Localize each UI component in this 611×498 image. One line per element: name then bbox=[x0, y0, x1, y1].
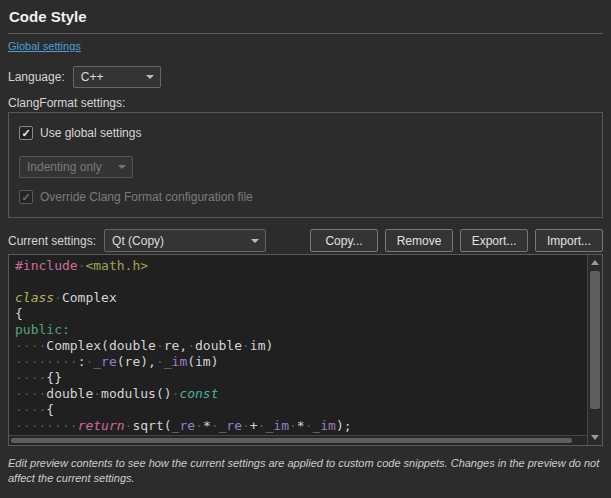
code-line: class·Complex bbox=[15, 290, 586, 306]
horizontal-scrollbar[interactable] bbox=[9, 435, 587, 445]
use-global-settings-label: Use global settings bbox=[40, 126, 141, 140]
code-lines[interactable]: #include·<math.h> class·Complex{public:·… bbox=[15, 258, 586, 435]
scroll-up-icon[interactable] bbox=[591, 260, 599, 265]
language-label: Language: bbox=[8, 70, 65, 84]
current-settings-label: Current settings: bbox=[8, 234, 96, 248]
code-line: ····double·modulus()·const bbox=[15, 386, 586, 402]
import-button[interactable]: Import... bbox=[535, 229, 603, 252]
code-line: ····{ bbox=[15, 402, 586, 418]
scroll-down-icon[interactable] bbox=[591, 435, 599, 440]
remove-button[interactable]: Remove bbox=[385, 229, 453, 252]
current-settings-combobox-value: Qt (Copy) bbox=[112, 234, 164, 248]
clangformat-mode-combobox-value: Indenting only bbox=[27, 160, 102, 174]
clangformat-settings-label: ClangFormat settings: bbox=[8, 96, 125, 110]
code-style-settings-page: Code Style Global settings Language: C++… bbox=[0, 0, 611, 498]
override-config-checkbox bbox=[19, 190, 33, 204]
override-config-row: Override Clang Format configuration file bbox=[19, 190, 253, 204]
language-combobox[interactable]: C++ bbox=[73, 66, 161, 88]
chevron-down-icon bbox=[146, 75, 154, 79]
code-line: { bbox=[15, 306, 586, 322]
page-title: Code Style bbox=[9, 8, 87, 25]
copy-button[interactable]: Copy... bbox=[310, 229, 378, 252]
chevron-down-icon bbox=[251, 239, 259, 243]
language-combobox-value: C++ bbox=[81, 70, 104, 84]
clangformat-groupbox: Use global settings Indenting only Overr… bbox=[8, 112, 603, 218]
horizontal-scrollbar-thumb[interactable] bbox=[11, 438, 572, 443]
code-line: ········return·sqrt(_re·*·_re·+·_im·*·_i… bbox=[15, 418, 586, 434]
global-settings-link[interactable]: Global settings bbox=[8, 40, 81, 52]
vertical-scrollbar[interactable] bbox=[587, 255, 602, 445]
help-text: Edit preview contents to see how the cur… bbox=[8, 456, 605, 486]
code-line: ····{} bbox=[15, 370, 586, 386]
current-settings-combobox[interactable]: Qt (Copy) bbox=[104, 229, 266, 252]
use-global-settings-checkbox[interactable] bbox=[19, 126, 33, 140]
vertical-scrollbar-thumb[interactable] bbox=[590, 271, 600, 409]
code-preview-editor[interactable]: #include·<math.h> class·Complex{public:·… bbox=[8, 254, 603, 446]
override-config-label: Override Clang Format configuration file bbox=[40, 190, 253, 204]
code-line: ········:·_re(re),·_im(im) bbox=[15, 354, 586, 370]
code-line bbox=[15, 274, 586, 290]
current-settings-row: Current settings: Qt (Copy) Copy... Remo… bbox=[8, 229, 603, 252]
language-row: Language: C++ bbox=[8, 65, 161, 88]
chevron-down-icon bbox=[118, 165, 126, 169]
code-line: ····Complex(double·re,·double·im) bbox=[15, 338, 586, 354]
code-line: #include·<math.h> bbox=[15, 258, 586, 274]
code-line: public: bbox=[15, 322, 586, 338]
use-global-settings-row[interactable]: Use global settings bbox=[19, 126, 141, 140]
clangformat-mode-combobox: Indenting only bbox=[19, 156, 133, 178]
export-button[interactable]: Export... bbox=[460, 229, 528, 252]
title-separator bbox=[8, 33, 603, 34]
